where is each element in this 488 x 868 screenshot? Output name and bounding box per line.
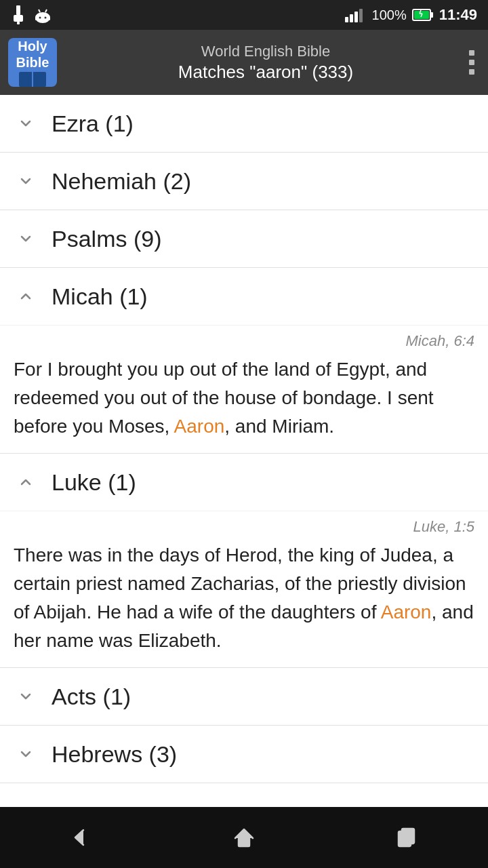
menu-dot-3 xyxy=(469,69,474,75)
chevron-down-icon-nehemiah xyxy=(14,169,38,193)
recents-button[interactable] xyxy=(380,817,434,858)
android-icon xyxy=(34,5,52,24)
app-icon-text-bible: Bible xyxy=(16,54,49,71)
book-label-nehemiah: Nehemiah (2) xyxy=(52,168,191,195)
status-bar: 100% 11:49 xyxy=(0,0,488,30)
svg-line-7 xyxy=(45,9,47,12)
svg-rect-15 xyxy=(430,12,433,18)
svg-rect-2 xyxy=(17,22,20,24)
usb-icon xyxy=(11,5,26,24)
app-icon: Holy Bible xyxy=(8,38,57,87)
more-options-button[interactable] xyxy=(464,45,480,80)
micah-verse-ref: Micah, 6:4 xyxy=(14,332,474,350)
list-item-header-hebrews[interactable]: Hebrews (3) xyxy=(0,726,488,783)
list-item-micah: Micah (1) Micah, 6:4 For I brought you u… xyxy=(0,268,488,454)
svg-point-9 xyxy=(45,17,47,19)
book-label-micah: Micah (1) xyxy=(52,283,148,310)
svg-rect-12 xyxy=(354,12,358,22)
svg-point-8 xyxy=(39,17,41,19)
svg-rect-22 xyxy=(402,829,414,844)
status-left-icons xyxy=(11,5,52,24)
app-bar-subtitle: Matches "aaron" (333) xyxy=(178,62,353,83)
book-label-acts: Acts (1) xyxy=(52,684,131,710)
back-button[interactable] xyxy=(54,817,108,858)
app-bar: Holy Bible World English Bible Matches "… xyxy=(0,30,488,95)
home-icon xyxy=(231,825,257,850)
battery-icon xyxy=(412,7,434,22)
micah-verse-content: Micah, 6:4 For I brought you up out of t… xyxy=(0,325,488,453)
chevron-down-icon-hebrews xyxy=(14,742,38,766)
chevron-up-icon-luke xyxy=(14,470,38,494)
list-item-nehemiah: Nehemiah (2) xyxy=(0,153,488,210)
book-label-ezra: Ezra (1) xyxy=(52,111,134,137)
luke-verse-ref: Luke, 1:5 xyxy=(14,518,474,536)
status-right-icons: 100% 11:49 xyxy=(345,6,477,24)
list-item-luke: Luke (1) Luke, 1:5 There was in the days… xyxy=(0,454,488,668)
battery-percent: 100% xyxy=(372,7,407,23)
back-icon xyxy=(68,825,94,850)
recents-icon xyxy=(394,825,420,850)
micah-verse-text: For I brought you up out of the land of … xyxy=(14,355,474,441)
chevron-down-icon-psalms xyxy=(14,226,38,251)
list-item-header-micah[interactable]: Micah (1) xyxy=(0,268,488,325)
bottom-navigation xyxy=(0,807,488,868)
book-label-hebrews: Hebrews (3) xyxy=(52,741,177,768)
svg-point-3 xyxy=(35,12,50,23)
menu-dot-2 xyxy=(469,60,474,65)
list-item-acts: Acts (1) xyxy=(0,668,488,726)
list-item-header-psalms[interactable]: Psalms (9) xyxy=(0,210,488,267)
chevron-down-icon-ezra xyxy=(14,111,38,136)
svg-rect-20 xyxy=(239,838,249,846)
svg-rect-1 xyxy=(14,15,23,22)
list-item-header-ezra[interactable]: Ezra (1) xyxy=(0,95,488,152)
signal-icon xyxy=(345,7,367,22)
svg-rect-11 xyxy=(350,14,353,22)
chevron-up-icon-micah xyxy=(14,284,38,309)
book-label-luke: Luke (1) xyxy=(52,469,136,496)
app-icon-text-holy: Holy xyxy=(18,38,47,54)
list-item-header-acts[interactable]: Acts (1) xyxy=(0,668,488,725)
svg-rect-4 xyxy=(35,16,37,20)
svg-rect-0 xyxy=(16,5,20,15)
time: 11:49 xyxy=(439,6,477,24)
home-button[interactable] xyxy=(217,817,271,858)
list-item-psalms: Psalms (9) xyxy=(0,210,488,268)
list-item-hebrews: Hebrews (3) xyxy=(0,726,488,783)
luke-highlight-aaron: Aaron xyxy=(381,601,432,623)
search-results-list: Ezra (1) Nehemiah (2) Psalms (9) xyxy=(0,95,488,807)
chevron-down-icon-acts xyxy=(14,684,38,709)
svg-rect-5 xyxy=(48,16,50,20)
luke-verse-text: There was in the days of Herod, the king… xyxy=(14,541,474,655)
luke-verse-content: Luke, 1:5 There was in the days of Herod… xyxy=(0,511,488,667)
list-item-header-nehemiah[interactable]: Nehemiah (2) xyxy=(0,153,488,210)
menu-dot-1 xyxy=(469,50,474,56)
micah-highlight-aaron: Aaron xyxy=(174,416,225,437)
list-item-header-luke[interactable]: Luke (1) xyxy=(0,454,488,511)
svg-rect-10 xyxy=(345,17,348,22)
bible-book-icon xyxy=(19,72,46,87)
svg-line-6 xyxy=(39,9,40,12)
book-label-psalms: Psalms (9) xyxy=(52,226,161,252)
list-item-ezra: Ezra (1) xyxy=(0,95,488,153)
app-bar-title: World English Bible xyxy=(201,43,330,60)
app-bar-center: World English Bible Matches "aaron" (333… xyxy=(68,43,464,83)
svg-rect-13 xyxy=(359,9,363,22)
